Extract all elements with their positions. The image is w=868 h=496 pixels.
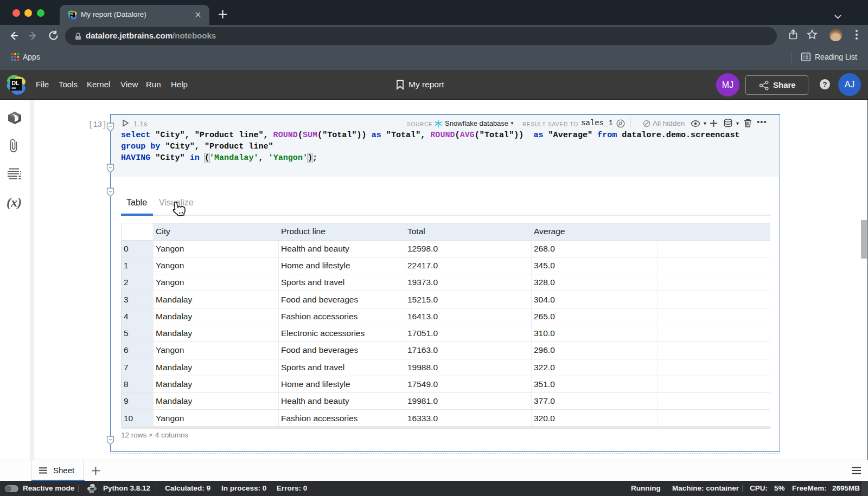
svg-text:DL: DL [12,80,20,86]
svg-text:DL: DL [71,13,74,16]
